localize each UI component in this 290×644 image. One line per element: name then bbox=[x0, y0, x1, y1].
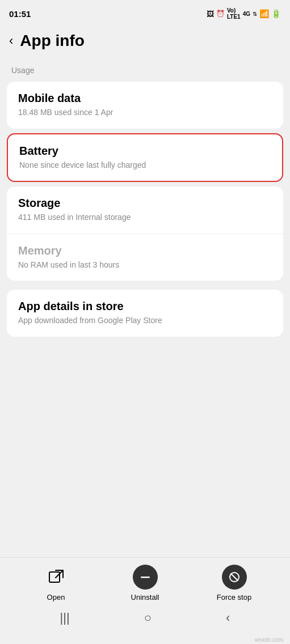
storage-memory-card: Storage 411 MB used in Internal storage … bbox=[7, 187, 283, 281]
storage-item[interactable]: Storage 411 MB used in Internal storage bbox=[7, 187, 283, 234]
network-text: Vo)LTE1 bbox=[227, 7, 241, 20]
usage-card: Mobile data 18.48 MB used since 1 Apr bbox=[7, 82, 283, 129]
open-label: Open bbox=[47, 593, 65, 601]
mobile-data-subtitle: 18.48 MB used since 1 Apr bbox=[18, 107, 272, 118]
battery-item[interactable]: Battery None since device last fully cha… bbox=[7, 133, 283, 183]
usage-section-label: Usage bbox=[0, 59, 290, 79]
app-details-subtitle: App downloaded from Google Play Store bbox=[18, 315, 272, 327]
status-time: 01:51 bbox=[9, 9, 31, 19]
status-icons: 🖼 ⏰ Vo)LTE1 4G ⇅ 📶 🔋 bbox=[207, 7, 281, 20]
memory-item[interactable]: Memory No RAM used in last 3 hours bbox=[7, 234, 283, 281]
4g-icon: 4G bbox=[243, 11, 250, 17]
memory-subtitle: No RAM used in last 3 hours bbox=[18, 260, 272, 271]
nav-menu[interactable]: ||| bbox=[60, 611, 70, 625]
app-details-item[interactable]: App details in store App downloaded from… bbox=[7, 290, 283, 337]
storage-title: Storage bbox=[18, 197, 272, 210]
app-details-title: App details in store bbox=[18, 300, 272, 313]
mobile-data-title: Mobile data bbox=[18, 92, 272, 105]
nav-bar: ||| ○ ‹ bbox=[0, 604, 290, 637]
force-stop-label: Force stop bbox=[217, 593, 251, 601]
open-button[interactable]: Open bbox=[33, 565, 79, 601]
battery-title: Battery bbox=[19, 145, 271, 158]
bottom-bar: Open Uninstall Force stop bbox=[0, 557, 290, 604]
back-button[interactable]: ‹ bbox=[9, 33, 13, 48]
data-arrows-icon: ⇅ bbox=[253, 11, 257, 17]
header: ‹ App info bbox=[0, 25, 290, 59]
bottom-actions: Open Uninstall Force stop bbox=[0, 565, 290, 601]
force-stop-button[interactable]: Force stop bbox=[212, 565, 257, 601]
open-icon bbox=[44, 565, 69, 590]
uninstall-label: Uninstall bbox=[131, 593, 159, 601]
svg-rect-2 bbox=[141, 577, 150, 578]
page-title: App info bbox=[20, 32, 85, 50]
nav-home[interactable]: ○ bbox=[144, 611, 152, 625]
battery-subtitle: None since device last fully charged bbox=[19, 160, 271, 171]
status-bar: 01:51 🖼 ⏰ Vo)LTE1 4G ⇅ 📶 🔋 bbox=[0, 0, 290, 25]
force-stop-icon bbox=[222, 565, 247, 590]
uninstall-icon bbox=[133, 565, 158, 590]
storage-subtitle: 411 MB used in Internal storage bbox=[18, 212, 272, 223]
nav-back[interactable]: ‹ bbox=[226, 611, 230, 625]
mobile-data-item[interactable]: Mobile data 18.48 MB used since 1 Apr bbox=[7, 82, 283, 129]
svg-rect-0 bbox=[49, 572, 60, 582]
memory-title: Memory bbox=[18, 244, 272, 257]
battery-icon: 🔋 bbox=[271, 9, 281, 18]
watermark: wsxdn.com bbox=[0, 637, 290, 644]
signal-icon: 📶 bbox=[259, 9, 269, 18]
image-icon: 🖼 bbox=[207, 10, 214, 18]
alarm-icon: ⏰ bbox=[216, 10, 225, 18]
uninstall-button[interactable]: Uninstall bbox=[123, 565, 168, 601]
